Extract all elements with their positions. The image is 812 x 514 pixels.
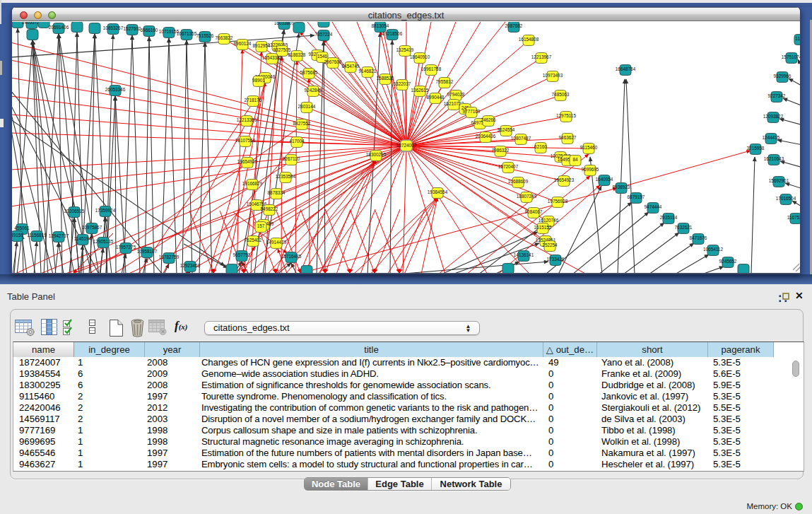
svg-text:20691406: 20691406 — [49, 25, 69, 30]
svg-text:9242848: 9242848 — [305, 88, 322, 93]
svg-text:16648784: 16648784 — [616, 66, 636, 71]
svg-text:746266: 746266 — [481, 117, 496, 122]
svg-text:19756928: 19756928 — [548, 199, 568, 204]
svg-text:12093822: 12093822 — [763, 114, 784, 119]
svg-text:18807249: 18807249 — [517, 194, 537, 199]
svg-text:10688609: 10688609 — [508, 179, 529, 184]
svg-text:9084067: 9084067 — [525, 209, 543, 214]
svg-text:9227342: 9227342 — [768, 93, 786, 98]
svg-text:15692901: 15692901 — [769, 178, 789, 183]
svg-text:10654112: 10654112 — [703, 247, 723, 252]
svg-text:6966160: 6966160 — [141, 28, 158, 33]
svg-text:8813054: 8813054 — [372, 23, 389, 28]
svg-text:7955812: 7955812 — [436, 79, 454, 84]
svg-text:14914479: 14914479 — [266, 240, 287, 245]
svg-text:84: 84 — [572, 157, 578, 162]
svg-text:7986322: 7986322 — [492, 148, 510, 153]
svg-text:7663822: 7663822 — [216, 35, 233, 40]
svg-text:8427552: 8427552 — [293, 121, 311, 126]
svg-text:1615152: 1615152 — [534, 225, 552, 230]
svg-text:39159: 39159 — [12, 233, 23, 238]
svg-text:417004: 417004 — [289, 139, 305, 144]
svg-text:17957275: 17957275 — [116, 245, 136, 250]
svg-text:16210643: 16210643 — [764, 156, 784, 161]
svg-text:1325419: 1325419 — [396, 47, 414, 52]
svg-text:252254: 252254 — [542, 243, 558, 247]
svg-text:17016504: 17016504 — [776, 196, 796, 201]
svg-text:7632621: 7632621 — [675, 225, 693, 230]
svg-text:2803144: 2803144 — [298, 104, 316, 109]
svg-text:98901: 98901 — [252, 78, 265, 83]
svg-text:8878334: 8878334 — [268, 190, 286, 195]
svg-text:19384554: 19384554 — [428, 189, 448, 194]
svg-text:5322037: 5322037 — [394, 81, 411, 86]
svg-text:12905135: 12905135 — [93, 239, 114, 244]
svg-text:9463627: 9463627 — [559, 135, 577, 140]
svg-text:16671355: 16671355 — [177, 31, 197, 36]
svg-text:6879197: 6879197 — [628, 194, 645, 199]
svg-text:10958107: 10958107 — [137, 249, 158, 254]
svg-text:1362615: 1362615 — [411, 88, 429, 93]
svg-text:2718176: 2718176 — [245, 98, 262, 103]
svg-text:1527602: 1527602 — [124, 26, 141, 31]
svg-text:1546: 1546 — [317, 54, 328, 59]
svg-text:9794028: 9794028 — [447, 92, 465, 97]
svg-text:10975867: 10975867 — [82, 225, 102, 230]
svg-text:12213967: 12213967 — [531, 54, 552, 59]
svg-text:9146821: 9146821 — [359, 69, 377, 74]
svg-text:15716485: 15716485 — [281, 254, 302, 259]
svg-text:12353594: 12353594 — [276, 174, 296, 179]
svg-text:20364436: 20364436 — [476, 134, 496, 139]
svg-text:12942737: 12942737 — [49, 233, 69, 238]
svg-text:18640910: 18640910 — [410, 54, 430, 59]
svg-text:14136141: 14136141 — [514, 252, 534, 257]
svg-text:1733426: 1733426 — [547, 257, 565, 262]
svg-text:1167535: 1167535 — [787, 215, 800, 220]
svg-text:12213369: 12213369 — [237, 117, 257, 122]
svg-text:18300295: 18300295 — [366, 152, 387, 157]
svg-text:12923468: 12923468 — [180, 263, 201, 268]
svg-text:2935114: 2935114 — [660, 215, 678, 220]
svg-text:16961758: 16961758 — [421, 66, 442, 71]
svg-text:15751074: 15751074 — [782, 54, 800, 59]
svg-text:3624554: 3624554 — [498, 127, 515, 132]
svg-text:17359924: 17359924 — [95, 208, 116, 213]
svg-text:16107554: 16107554 — [235, 138, 256, 143]
svg-text:9777169: 9777169 — [463, 109, 481, 114]
svg-text:9699695: 9699695 — [582, 167, 599, 172]
svg-text:8938923: 8938923 — [613, 185, 630, 189]
svg-text:19218506: 19218506 — [382, 31, 403, 36]
svg-text:10973493: 10973493 — [543, 73, 563, 78]
svg-text:16033809: 16033809 — [274, 22, 295, 25]
svg-text:1244415: 1244415 — [763, 135, 780, 140]
svg-text:1588520: 1588520 — [377, 76, 394, 81]
svg-text:157: 157 — [257, 223, 265, 228]
svg-text:9327505: 9327505 — [273, 47, 291, 52]
svg-text:18724007: 18724007 — [396, 143, 417, 148]
svg-text:5498222: 5498222 — [261, 206, 278, 211]
svg-text:20206515: 20206515 — [64, 209, 85, 214]
svg-text:19654925: 19654925 — [237, 159, 258, 164]
svg-text:1640954: 1640954 — [596, 177, 613, 182]
svg-text:8454749: 8454749 — [342, 64, 360, 69]
svg-text:26053346: 26053346 — [105, 87, 126, 92]
svg-text:11156819: 11156819 — [27, 233, 47, 238]
svg-text:7515526: 7515526 — [196, 33, 214, 38]
svg-text:8471676: 8471676 — [690, 235, 707, 240]
svg-text:455061: 455061 — [14, 226, 30, 230]
svg-text:8960124: 8960124 — [234, 41, 252, 46]
svg-text:16120746: 16120746 — [539, 218, 559, 223]
svg-text:2967608: 2967608 — [324, 59, 342, 64]
svg-text:9657791: 9657791 — [233, 252, 251, 257]
svg-text:7625402: 7625402 — [245, 238, 262, 243]
svg-text:8990448: 8990448 — [427, 95, 445, 100]
svg-text:9474444: 9474444 — [645, 204, 662, 209]
svg-text:16543382: 16543382 — [262, 55, 283, 60]
svg-text:3215958: 3215958 — [747, 146, 765, 151]
svg-text:8186328: 8186328 — [288, 52, 306, 57]
svg-text:10807487: 10807487 — [511, 136, 531, 141]
svg-text:2087682: 2087682 — [505, 23, 523, 28]
svg-text:9329966: 9329966 — [774, 74, 792, 78]
svg-text:16154808: 16154808 — [519, 37, 539, 42]
svg-text:5875685: 5875685 — [300, 70, 318, 75]
